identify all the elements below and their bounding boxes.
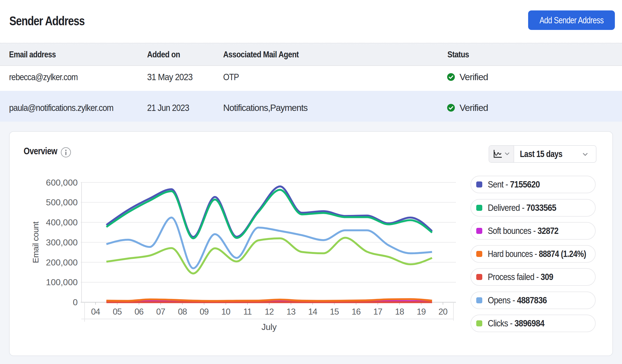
svg-text:19: 19 bbox=[417, 307, 425, 317]
svg-text:0: 0 bbox=[73, 297, 78, 307]
svg-text:08: 08 bbox=[178, 307, 187, 317]
svg-text:July: July bbox=[262, 322, 277, 332]
svg-text:11: 11 bbox=[243, 307, 252, 317]
svg-text:10: 10 bbox=[221, 307, 230, 317]
svg-text:600,000: 600,000 bbox=[46, 178, 78, 187]
svg-text:17: 17 bbox=[373, 307, 382, 317]
svg-text:14: 14 bbox=[308, 307, 317, 317]
svg-text:200,000: 200,000 bbox=[46, 257, 78, 267]
svg-text:05: 05 bbox=[113, 307, 122, 317]
svg-text:300,000: 300,000 bbox=[46, 237, 78, 247]
svg-text:20: 20 bbox=[438, 307, 447, 317]
svg-text:09: 09 bbox=[200, 307, 208, 317]
svg-text:500,000: 500,000 bbox=[46, 197, 78, 207]
svg-text:15: 15 bbox=[330, 307, 339, 317]
svg-text:100,000: 100,000 bbox=[46, 277, 78, 287]
svg-text:Email count: Email count bbox=[31, 221, 40, 263]
svg-text:400,000: 400,000 bbox=[46, 217, 78, 227]
svg-text:04: 04 bbox=[91, 307, 100, 317]
svg-text:13: 13 bbox=[287, 307, 295, 317]
svg-text:18: 18 bbox=[395, 307, 404, 317]
svg-text:07: 07 bbox=[156, 307, 165, 317]
svg-text:06: 06 bbox=[135, 307, 143, 317]
svg-text:16: 16 bbox=[352, 307, 360, 317]
svg-text:12: 12 bbox=[265, 307, 274, 317]
